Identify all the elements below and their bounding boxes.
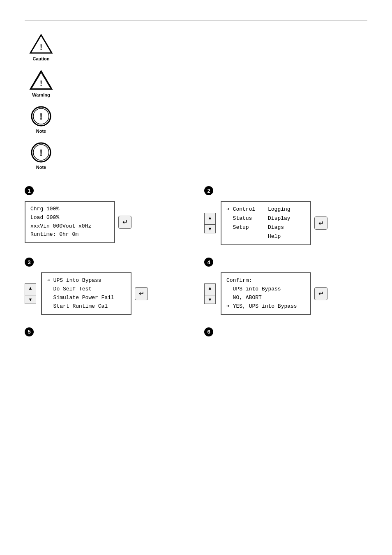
screen3-line4: Start Runtime Cal [47, 302, 126, 311]
screen4-line3: NO, ABORT [226, 294, 305, 302]
screen4-line1: Confirm: [226, 276, 305, 285]
symbols-section: ! Caution ! Warning ! [25, 33, 367, 170]
screen3-line3: Simulate Power Fail [47, 294, 126, 302]
screen3-line1: ➔ UPS into Bypass [47, 276, 126, 285]
screen-container-2: ▲ ▼ ➔ Control Status Setup Logging Di [204, 201, 367, 245]
down-button-4[interactable]: ▼ [204, 295, 216, 304]
screen-container-1: Chrg 100% Load 000% xxxVin 000Vout x0Hz … [25, 201, 188, 243]
page-content: ! Caution ! Warning ! [0, 0, 392, 359]
screen-group-5: 5 [25, 327, 188, 342]
note2-row: ! Note [25, 142, 367, 170]
note1-symbol: ! Note [25, 106, 58, 134]
screen-group-1: 1 Chrg 100% Load 000% xxxVin 000Vout x0H… [25, 186, 188, 245]
down-button-3[interactable]: ▼ [25, 295, 36, 304]
top-divider [25, 21, 367, 21]
num-circle-6: 6 [204, 327, 213, 336]
lcd-screen-2: ➔ Control Status Setup Logging Display D… [221, 201, 311, 245]
caution-row: ! Caution [25, 33, 367, 61]
lcd-screen-3: ➔ UPS into Bypass Do Self Test Simulate … [41, 272, 131, 315]
note1-label: Note [36, 129, 46, 134]
screen-group-6: 6 [204, 327, 367, 342]
screen-group-2: 2 ▲ ▼ ➔ Control Status Setup [204, 186, 367, 245]
svg-text:!: ! [40, 43, 42, 51]
caution-label: Caution [33, 56, 50, 61]
menu-item-help: Help [268, 232, 305, 241]
enter-button-4[interactable]: ↵ [314, 287, 327, 300]
caution-symbol: ! Caution [25, 33, 58, 61]
screen-container-3: ▲ ▼ ➔ UPS into Bypass Do Self Test Simul… [25, 272, 188, 315]
num-circle-5: 5 [25, 327, 34, 336]
screen3-line2: Do Self Test [47, 285, 126, 294]
num-circle-1: 1 [25, 186, 34, 195]
lcd-screen-1: Chrg 100% Load 000% xxxVin 000Vout x0Hz … [25, 201, 115, 243]
screens-section: 1 Chrg 100% Load 000% xxxVin 000Vout x0H… [25, 186, 367, 342]
warning-row: ! Warning [25, 69, 367, 97]
menu-item-status: Status [226, 214, 264, 223]
up-button-3[interactable]: ▲ [25, 283, 36, 292]
enter-button-3[interactable]: ↵ [135, 287, 148, 300]
screen-number-1: 1 [25, 186, 188, 195]
warning-symbol: ! Warning [25, 69, 58, 97]
svg-text:!: ! [39, 147, 42, 158]
screen-container-4: ▲ ▼ Confirm: UPS into Bypass NO, ABORT ➔… [204, 272, 367, 315]
note2-symbol: ! Note [25, 142, 58, 170]
menu-col2: Logging Display Diags Help [268, 205, 305, 241]
enter-button-1[interactable]: ↵ [118, 216, 131, 229]
screen4-line2: UPS into Bypass [226, 285, 305, 294]
caution-icon: ! [29, 33, 53, 55]
screen2-menu: ➔ Control Status Setup Logging Display D… [226, 205, 305, 241]
menu-item-logging: Logging [268, 205, 305, 214]
svg-text:!: ! [39, 111, 42, 122]
screen1-line2: Load 000% [30, 214, 109, 222]
screen-number-3: 3 [25, 258, 188, 267]
up-button-4[interactable]: ▲ [204, 283, 216, 292]
menu-item-control: ➔ Control [226, 205, 264, 214]
num-circle-4: 4 [204, 258, 213, 267]
screen-number-5: 5 [25, 327, 188, 336]
screen1-line3: xxxVin 000Vout x0Hz [30, 222, 109, 231]
up-button-2[interactable]: ▲ [204, 213, 216, 222]
screen-number-6: 6 [204, 327, 367, 336]
down-button-2[interactable]: ▼ [204, 224, 216, 233]
num-circle-2: 2 [204, 186, 213, 195]
svg-text:!: ! [40, 79, 42, 88]
screen4-line4: ➔ YES, UPS into Bypass [226, 302, 305, 311]
note1-icon: ! [30, 106, 52, 127]
menu-col1: ➔ Control Status Setup [226, 205, 264, 241]
warning-label: Warning [32, 92, 50, 97]
lcd-screen-4: Confirm: UPS into Bypass NO, ABORT ➔ YES… [221, 272, 311, 315]
screen-number-4: 4 [204, 258, 367, 267]
menu-item-display: Display [268, 214, 305, 223]
screen1-line4: Runtime: 0hr 0m [30, 230, 109, 239]
screen1-line1: Chrg 100% [30, 205, 109, 214]
enter-button-2[interactable]: ↵ [314, 216, 327, 230]
note2-icon: ! [30, 142, 52, 163]
warning-icon: ! [29, 69, 53, 91]
screen-number-2: 2 [204, 186, 367, 195]
screen-group-4: 4 ▲ ▼ Confirm: UPS into Bypass NO, ABORT… [204, 258, 367, 315]
menu-item-diags: Diags [268, 223, 305, 232]
note2-label: Note [36, 165, 46, 170]
menu-item-setup: Setup [226, 223, 264, 232]
screen-group-3: 3 ▲ ▼ ➔ UPS into Bypass Do Self Test Sim… [25, 258, 188, 315]
note1-row: ! Note [25, 106, 367, 134]
num-circle-3: 3 [25, 258, 34, 267]
